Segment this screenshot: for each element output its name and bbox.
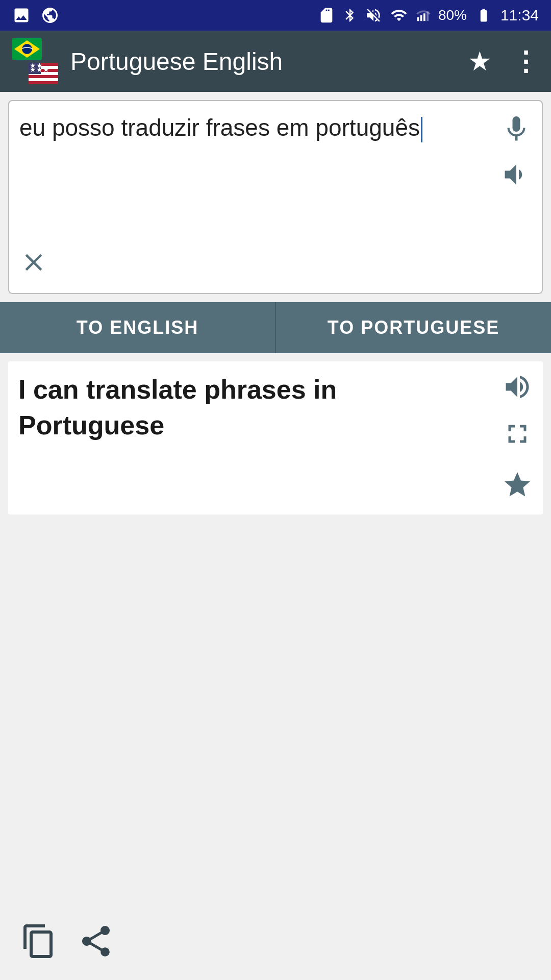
signal-icon — [416, 7, 431, 24]
wifi-icon — [389, 7, 409, 24]
app-bar-actions: ★ ⋮ — [468, 46, 539, 77]
svg-text:★★: ★★ — [30, 63, 43, 69]
app-bar: ★★★ ★★ Portuguese English ★ ⋮ — [0, 31, 551, 92]
input-area[interactable]: eu posso traduzir frases em português — [8, 100, 543, 294]
to-portuguese-button[interactable]: TO PORTUGUESE — [276, 302, 551, 353]
speaker-result-icon[interactable] — [502, 372, 533, 402]
text-cursor — [421, 117, 422, 142]
clear-button[interactable] — [19, 248, 48, 283]
svg-rect-2 — [423, 13, 425, 21]
brazil-flag — [12, 38, 42, 60]
battery-icon — [474, 8, 493, 23]
battery-level: 80% — [438, 7, 467, 23]
sd-icon — [318, 7, 335, 24]
expand-icon[interactable] — [502, 419, 533, 449]
svg-rect-1 — [420, 15, 422, 21]
bluetooth-icon — [342, 7, 358, 24]
us-flag: ★★★ ★★ — [29, 63, 58, 84]
bottom-actions — [20, 923, 114, 960]
svg-rect-0 — [417, 17, 419, 21]
mute-icon — [365, 7, 382, 24]
time-display: 11:34 — [500, 7, 539, 24]
app-logo: ★★★ ★★ — [12, 38, 58, 84]
speaker-input-icon[interactable] — [501, 159, 532, 190]
status-bar: 80% 11:34 — [0, 0, 551, 31]
input-icons — [501, 111, 532, 190]
result-text: I can translate phrases in Portuguese — [18, 372, 447, 443]
more-options-button[interactable]: ⋮ — [512, 46, 539, 77]
to-english-button[interactable]: TO ENGLISH — [0, 302, 276, 353]
translation-buttons: TO ENGLISH TO PORTUGUESE — [0, 302, 551, 353]
main-content: eu posso traduzir frases em português TO… — [0, 100, 551, 514]
translation-result: I can translate phrases in Portuguese — [8, 361, 543, 514]
favorite-button[interactable]: ★ — [468, 46, 492, 77]
copy-button[interactable] — [20, 923, 57, 960]
app-title: Portuguese English — [70, 47, 456, 76]
svg-point-6 — [22, 44, 32, 54]
svg-rect-10 — [29, 78, 58, 81]
share-button[interactable] — [78, 923, 114, 960]
input-text[interactable]: eu posso traduzir frases em português — [19, 111, 448, 144]
star-result-icon[interactable] — [502, 470, 533, 500]
result-icons — [502, 372, 533, 500]
image-icon — [12, 6, 31, 24]
svg-rect-3 — [427, 12, 429, 21]
status-bar-right: 80% 11:34 — [318, 7, 539, 24]
mic-icon[interactable] — [501, 111, 532, 147]
status-bar-left — [12, 6, 59, 24]
network-icon — [41, 6, 59, 24]
